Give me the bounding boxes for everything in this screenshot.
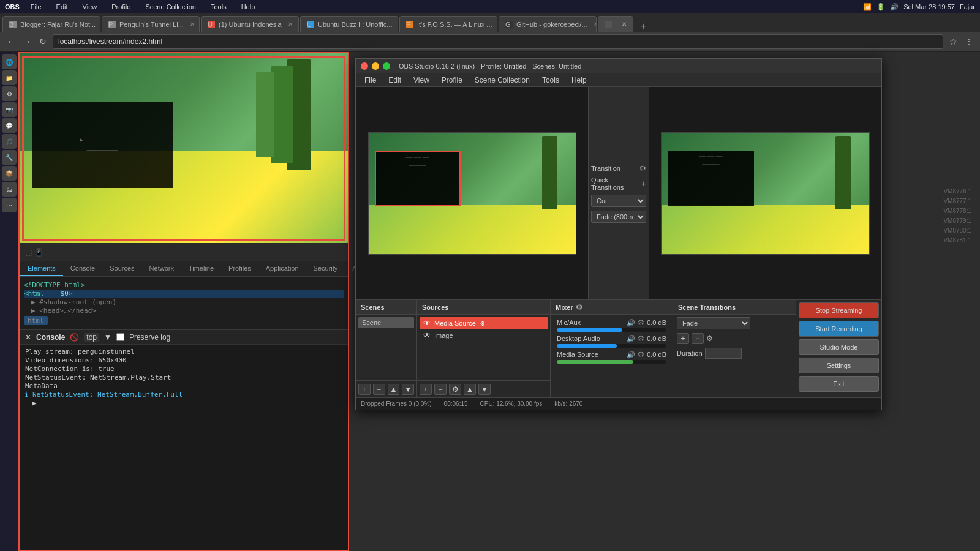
obs-menu-edit[interactable]: Edit bbox=[382, 75, 407, 86]
window-close-button[interactable] bbox=[361, 62, 368, 70]
browser-tab-1[interactable]: P Penguin's Tunnel Li... ✕ bbox=[102, 16, 200, 32]
browser-tab-3[interactable]: U Ubuntu Buzz I.: Unoffic... ✕ bbox=[300, 16, 398, 32]
forward-button[interactable]: → bbox=[21, 36, 33, 48]
stop-streaming-button[interactable]: Stop Streaming bbox=[799, 302, 879, 318]
bookmark-button[interactable]: ☆ bbox=[947, 36, 959, 48]
source-add-button[interactable]: + bbox=[420, 384, 432, 395]
tab-close-1[interactable]: ✕ bbox=[190, 21, 195, 28]
os-menu-scene-collection[interactable]: Scene Collection bbox=[141, 3, 200, 10]
mixer-mute-icon-2[interactable]: 🔊 bbox=[627, 351, 635, 359]
console-dropdown-icon[interactable]: ▼ bbox=[104, 333, 111, 342]
browser-tab-2[interactable]: U (1) Ubuntu Indonesia ✕ bbox=[201, 16, 299, 32]
transition-add-button[interactable]: + bbox=[677, 333, 689, 344]
mixer-gear-1[interactable]: ⚙ bbox=[638, 334, 644, 343]
tab-console[interactable]: Console bbox=[63, 261, 102, 276]
code-line-4[interactable]: html bbox=[24, 316, 48, 325]
new-tab-button[interactable]: + bbox=[637, 21, 649, 32]
tab-security[interactable]: Security bbox=[306, 261, 345, 276]
sidebar-icon-4[interactable]: 📷 bbox=[2, 102, 17, 117]
browser-tab-6[interactable]: ✕ bbox=[598, 16, 633, 32]
window-maximize-button[interactable] bbox=[383, 62, 390, 70]
obs-menu-tools[interactable]: Tools bbox=[536, 75, 565, 86]
reload-button[interactable]: ↻ bbox=[37, 36, 49, 48]
source-row-1[interactable]: 👁 Image bbox=[420, 329, 548, 342]
os-menu-file[interactable]: File bbox=[27, 3, 45, 10]
studio-mode-button[interactable]: Studio Mode bbox=[799, 339, 879, 355]
obs-menu-file[interactable]: File bbox=[358, 75, 382, 86]
transition-remove-button[interactable]: − bbox=[692, 333, 704, 344]
duration-input[interactable] bbox=[705, 348, 742, 359]
start-recording-button[interactable]: Start Recording bbox=[799, 321, 879, 337]
os-menu-profile[interactable]: Profile bbox=[108, 3, 134, 10]
tab-close-2[interactable]: ✕ bbox=[288, 21, 293, 28]
extension-button[interactable]: ⋮ bbox=[963, 36, 975, 48]
obs-menu-scene-collection[interactable]: Scene Collection bbox=[469, 75, 536, 86]
browser-tab-0[interactable]: B Blogger: Fajar Ru's Not... ✕ bbox=[2, 16, 100, 32]
scene-add-button[interactable]: + bbox=[358, 384, 371, 395]
console-close-icon[interactable]: ✕ bbox=[25, 333, 31, 342]
sidebar-icon-3[interactable]: ⚙ bbox=[2, 86, 17, 101]
sidebar-icon-5[interactable]: 💬 bbox=[2, 118, 17, 133]
mixer-gear-2[interactable]: ⚙ bbox=[638, 350, 644, 359]
window-minimize-button[interactable] bbox=[372, 62, 379, 70]
devtools-pointer-icon[interactable]: ⬚ bbox=[25, 248, 32, 257]
scene-item-0[interactable]: Scene bbox=[358, 317, 414, 328]
os-menu-edit[interactable]: Edit bbox=[53, 3, 72, 10]
transition-gear-icon[interactable]: ⚙ bbox=[639, 164, 646, 173]
tab-timeline[interactable]: Timeline bbox=[181, 261, 221, 276]
mixer-track-2[interactable] bbox=[557, 360, 666, 364]
tab-close-5[interactable]: ✕ bbox=[594, 21, 597, 28]
obs-menu-view[interactable]: View bbox=[407, 75, 435, 86]
mixer-track-0[interactable] bbox=[557, 328, 666, 332]
mixer-track-1[interactable] bbox=[557, 344, 666, 348]
scene-down-button[interactable]: ▼ bbox=[402, 384, 414, 395]
os-menu-view[interactable]: View bbox=[79, 3, 101, 10]
source-eye-icon-1[interactable]: 👁 bbox=[423, 331, 431, 340]
log-line-cursor[interactable]: ▶ bbox=[25, 399, 343, 407]
scene-up-button[interactable]: ▲ bbox=[388, 384, 400, 395]
code-line-1[interactable]: <html == $0> bbox=[24, 290, 344, 298]
obs-menu-profile[interactable]: Profile bbox=[435, 75, 469, 86]
settings-button[interactable]: Settings bbox=[799, 358, 879, 373]
transition-config-icon[interactable]: ⚙ bbox=[706, 334, 713, 343]
mixer-mute-icon-1[interactable]: 🔊 bbox=[627, 335, 635, 343]
sidebar-icon-6[interactable]: 🎵 bbox=[2, 134, 17, 149]
source-remove-button[interactable]: − bbox=[434, 384, 447, 395]
sidebar-icon-2[interactable]: 📁 bbox=[2, 70, 17, 85]
source-down-button[interactable]: ▼ bbox=[478, 384, 491, 395]
mixer-gear-0[interactable]: ⚙ bbox=[638, 318, 644, 327]
sidebar-icon-9[interactable]: 🗂 bbox=[2, 182, 17, 197]
quick-transitions-add-icon[interactable]: + bbox=[641, 179, 646, 189]
sidebar-icon-8[interactable]: 📦 bbox=[2, 166, 17, 181]
tab-elements[interactable]: Elements bbox=[20, 261, 63, 276]
tab-network[interactable]: Network bbox=[142, 261, 181, 276]
fade-select[interactable]: Fade (300ms) bbox=[591, 211, 646, 223]
tab-sources[interactable]: Sources bbox=[102, 261, 141, 276]
source-settings-button[interactable]: ⚙ bbox=[449, 384, 461, 395]
tab-close-6[interactable]: ✕ bbox=[622, 21, 627, 28]
preserve-log-checkbox[interactable] bbox=[116, 333, 124, 341]
source-up-button[interactable]: ▲ bbox=[464, 384, 476, 395]
browser-tab-4[interactable]: F It's F.O.S.S. — A Linux ... ✕ bbox=[399, 16, 497, 32]
scene-transition-select[interactable]: Fade bbox=[677, 317, 750, 329]
source-eye-icon-0[interactable]: 👁 bbox=[423, 319, 431, 328]
address-bar[interactable] bbox=[53, 34, 943, 49]
tab-profiles[interactable]: Profiles bbox=[221, 261, 258, 276]
source-gear-icon-0[interactable]: ⚙ bbox=[480, 320, 485, 327]
cut-select[interactable]: Cut bbox=[591, 195, 646, 207]
os-menu-tools[interactable]: Tools bbox=[207, 3, 230, 10]
obs-menu-help[interactable]: Help bbox=[565, 75, 593, 86]
console-filter-label[interactable]: top bbox=[84, 333, 99, 342]
browser-tab-5[interactable]: G GitHub - gokercebeci/... ✕ bbox=[499, 16, 597, 32]
sidebar-icon-10[interactable]: ⋯ bbox=[2, 198, 17, 212]
devtools-mobile-icon[interactable]: 📱 bbox=[34, 248, 43, 257]
sidebar-icon-1[interactable]: 🌐 bbox=[2, 54, 17, 69]
sidebar-icon-7[interactable]: 🔧 bbox=[2, 150, 17, 165]
os-menu-help[interactable]: Help bbox=[238, 3, 259, 10]
tab-application[interactable]: Application bbox=[258, 261, 306, 276]
scene-remove-button[interactable]: − bbox=[373, 384, 385, 395]
mixer-gear-icon[interactable]: ⚙ bbox=[576, 303, 582, 312]
exit-button[interactable]: Exit bbox=[799, 376, 879, 392]
mixer-mute-icon-0[interactable]: 🔊 bbox=[627, 319, 635, 327]
back-button[interactable]: ← bbox=[5, 36, 17, 48]
